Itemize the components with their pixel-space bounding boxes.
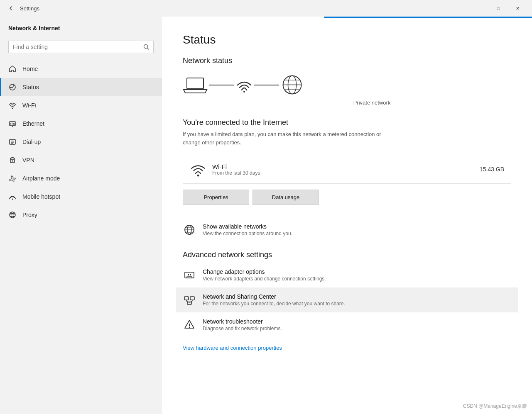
globe-icon	[281, 73, 304, 96]
sidebar-section-title: Network & Internet	[8, 25, 154, 32]
show-networks-title: Show available networks	[203, 223, 292, 230]
action-buttons: Properties Data usage	[183, 190, 511, 205]
svg-rect-41	[190, 297, 194, 300]
sharing-desc: For the networks you connect to, decide …	[203, 301, 345, 307]
close-button[interactable]: ✕	[508, 2, 527, 15]
wifi-card: Wi-Fi From the last 30 days 15.43 GB	[183, 155, 511, 184]
maximize-button[interactable]: □	[489, 2, 508, 15]
wifi-info: Wi-Fi From the last 30 days	[212, 163, 474, 176]
search-input[interactable]	[13, 44, 143, 50]
ethernet-icon	[8, 119, 17, 128]
vpn-icon	[8, 156, 17, 164]
connected-desc: If you have a limited data plan, you can…	[183, 130, 390, 146]
sidebar-header: Network & Internet	[0, 17, 162, 41]
adapter-text: Change adapter options View network adap…	[203, 268, 326, 282]
advanced-title: Advanced network settings	[183, 251, 511, 259]
network-status-title: Network status	[183, 56, 511, 65]
wifi-signal-icon	[236, 77, 253, 93]
search-icon	[143, 44, 149, 50]
app-body: Network & Internet Home	[0, 17, 532, 414]
app-title: Settings	[20, 5, 39, 12]
loading-bar	[324, 17, 532, 18]
sharing-title: Network and Sharing Center	[203, 293, 345, 300]
sidebar-item-wifi-label: Wi-Fi	[22, 102, 36, 109]
properties-button[interactable]: Properties	[183, 190, 249, 205]
line2	[254, 85, 279, 85]
show-networks-item[interactable]: Show available networks View the connect…	[183, 217, 511, 242]
sidebar-item-hotspot[interactable]: Mobile hotspot	[0, 188, 162, 206]
show-networks-text: Show available networks View the connect…	[203, 223, 292, 236]
wifi-name: Wi-Fi	[212, 163, 474, 170]
svg-line-1	[147, 48, 149, 50]
troubleshoot-item[interactable]: Network troubleshooter Diagnose and fix …	[183, 312, 511, 337]
troubleshoot-desc: Diagnose and fix network problems.	[203, 326, 282, 331]
svg-rect-40	[184, 297, 189, 300]
sidebar-item-wifi[interactable]: Wi-Fi	[0, 96, 162, 114]
wifi-data-usage: 15.43 GB	[480, 166, 504, 173]
svg-point-23	[243, 91, 245, 93]
sidebar-item-ethernet[interactable]: Ethernet	[0, 114, 162, 133]
sidebar-item-status[interactable]: Status	[0, 78, 162, 96]
adapter-options-item[interactable]: Change adapter options View network adap…	[183, 263, 511, 287]
svg-point-15	[12, 161, 13, 162]
sidebar-item-proxy[interactable]: Proxy	[0, 206, 162, 224]
wifi-sub: From the last 30 days	[212, 170, 474, 176]
svg-rect-22	[187, 78, 203, 89]
adapter-desc: View network adapters and change connect…	[203, 276, 326, 282]
sidebar-item-ethernet-label: Ethernet	[22, 120, 44, 127]
svg-point-29	[197, 175, 199, 177]
troubleshoot-icon	[183, 318, 196, 331]
network-diagram	[183, 73, 511, 96]
airplane-icon	[8, 174, 17, 183]
back-button[interactable]	[5, 2, 17, 14]
sidebar-item-home-label: Home	[22, 66, 38, 72]
view-hardware-link[interactable]: View hardware and connection properties	[183, 345, 282, 351]
sidebar-item-proxy-label: Proxy	[22, 212, 37, 218]
minimize-button[interactable]: —	[470, 2, 489, 15]
sidebar-item-vpn-label: VPN	[22, 157, 34, 163]
window-controls: — □ ✕	[470, 2, 527, 15]
show-networks-desc: View the connection options around you.	[203, 231, 292, 236]
connected-title: You're connected to the Internet	[183, 118, 511, 127]
svg-point-16	[12, 199, 13, 200]
watermark: CSDN @ManageEngine卓豪	[463, 403, 527, 410]
svg-rect-39	[190, 274, 191, 275]
wifi-nav-icon	[8, 101, 17, 110]
sidebar: Network & Internet Home	[0, 17, 162, 414]
troubleshoot-text: Network troubleshooter Diagnose and fix …	[203, 318, 282, 331]
sidebar-item-status-label: Status	[22, 84, 39, 90]
svg-rect-38	[188, 274, 189, 275]
sharing-text: Network and Sharing Center For the netwo…	[203, 293, 345, 307]
sharing-center-item[interactable]: Network and Sharing Center For the netwo…	[176, 287, 518, 312]
sidebar-item-airplane[interactable]: Airplane mode	[0, 169, 162, 188]
adapter-icon	[183, 268, 196, 282]
data-usage-button[interactable]: Data usage	[253, 190, 319, 205]
home-icon	[8, 65, 17, 73]
sidebar-item-vpn[interactable]: VPN	[0, 151, 162, 169]
laptop-icon	[183, 75, 208, 95]
sharing-icon	[183, 293, 196, 307]
adapter-title: Change adapter options	[203, 268, 326, 275]
titlebar: Settings — □ ✕	[0, 0, 532, 17]
hotspot-icon	[8, 192, 17, 201]
dialup-icon	[8, 138, 17, 146]
search-box[interactable]	[8, 41, 154, 53]
svg-point-48	[189, 327, 190, 328]
wifi-card-icon	[190, 161, 206, 178]
proxy-icon	[8, 211, 17, 219]
show-networks-icon	[183, 223, 196, 236]
sidebar-item-airplane-label: Airplane mode	[22, 175, 60, 182]
sidebar-item-home[interactable]: Home	[0, 60, 162, 78]
sidebar-item-dialup-label: Dial-up	[22, 139, 41, 145]
status-icon	[8, 83, 17, 91]
svg-rect-35	[185, 272, 194, 278]
main-content: Status Network status	[162, 17, 532, 414]
sidebar-item-dialup[interactable]: Dial-up	[0, 133, 162, 151]
page-title: Status	[183, 33, 511, 46]
svg-point-3	[12, 108, 13, 109]
network-label: Private network	[183, 100, 511, 106]
troubleshoot-title: Network troubleshooter	[203, 318, 282, 325]
sidebar-item-hotspot-label: Mobile hotspot	[22, 193, 60, 200]
line1	[209, 85, 234, 85]
